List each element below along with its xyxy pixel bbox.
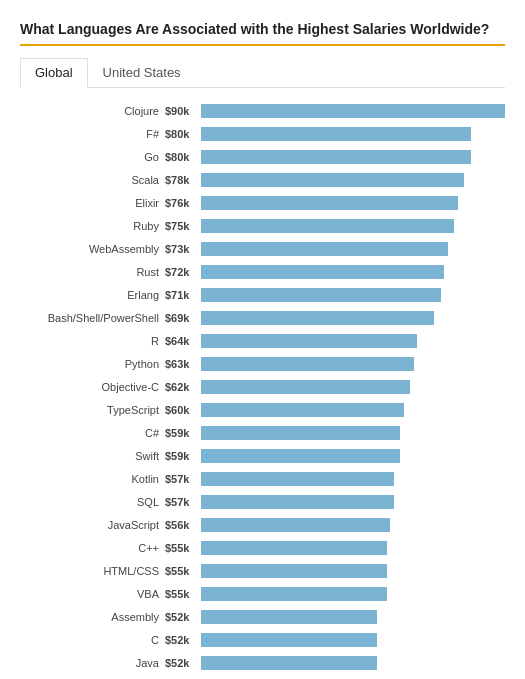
- bar-fill: [201, 242, 448, 256]
- table-row: Clojure $90k: [20, 102, 505, 120]
- bar-track: [201, 127, 505, 141]
- lang-label: Bash/Shell/PowerShell: [20, 312, 165, 324]
- lang-label: Ruby: [20, 220, 165, 232]
- bar-fill: [201, 150, 471, 164]
- table-row: Assembly $52k: [20, 608, 505, 626]
- salary-label: $76k: [165, 197, 201, 209]
- table-row: R $64k: [20, 332, 505, 350]
- lang-label: Objective-C: [20, 381, 165, 393]
- lang-label: HTML/CSS: [20, 565, 165, 577]
- table-row: F# $80k: [20, 125, 505, 143]
- bar-track: [201, 403, 505, 417]
- bar-track: [201, 150, 505, 164]
- table-row: Go $80k: [20, 148, 505, 166]
- bar-fill: [201, 449, 400, 463]
- bar-fill: [201, 311, 434, 325]
- table-row: Ruby $75k: [20, 217, 505, 235]
- bar-track: [201, 656, 505, 670]
- salary-label: $72k: [165, 266, 201, 278]
- bar-track: [201, 265, 505, 279]
- bar-fill: [201, 518, 390, 532]
- table-row: C# $59k: [20, 424, 505, 442]
- bar-fill: [201, 380, 410, 394]
- lang-label: JavaScript: [20, 519, 165, 531]
- salary-label: $71k: [165, 289, 201, 301]
- table-row: WebAssembly $73k: [20, 240, 505, 258]
- lang-label: Erlang: [20, 289, 165, 301]
- salary-label: $63k: [165, 358, 201, 370]
- bar-track: [201, 633, 505, 647]
- table-row: SQL $57k: [20, 493, 505, 511]
- lang-label: R: [20, 335, 165, 347]
- lang-label: WebAssembly: [20, 243, 165, 255]
- lang-label: Elixir: [20, 197, 165, 209]
- bar-track: [201, 104, 505, 118]
- bar-track: [201, 357, 505, 371]
- bar-track: [201, 518, 505, 532]
- lang-label: Swift: [20, 450, 165, 462]
- lang-label: SQL: [20, 496, 165, 508]
- bar-track: [201, 288, 505, 302]
- salary-label: $52k: [165, 611, 201, 623]
- bar-track: [201, 219, 505, 233]
- salary-label: $59k: [165, 450, 201, 462]
- bar-track: [201, 242, 505, 256]
- bar-fill: [201, 357, 414, 371]
- bar-fill: [201, 633, 377, 647]
- lang-label: C#: [20, 427, 165, 439]
- salary-label: $55k: [165, 542, 201, 554]
- bar-track: [201, 334, 505, 348]
- bar-track: [201, 541, 505, 555]
- salary-label: $69k: [165, 312, 201, 324]
- table-row: Java $52k: [20, 654, 505, 672]
- table-row: VBA $55k: [20, 585, 505, 603]
- bar-fill: [201, 564, 387, 578]
- bar-fill: [201, 334, 417, 348]
- tab-united-states[interactable]: United States: [88, 58, 196, 87]
- bar-chart: Clojure $90k F# $80k Go $80k Scala $78k: [20, 102, 505, 672]
- page-title: What Languages Are Associated with the H…: [20, 20, 505, 46]
- bar-fill: [201, 127, 471, 141]
- table-row: Erlang $71k: [20, 286, 505, 304]
- table-row: C $52k: [20, 631, 505, 649]
- lang-label: F#: [20, 128, 165, 140]
- lang-label: Clojure: [20, 105, 165, 117]
- lang-label: Kotlin: [20, 473, 165, 485]
- salary-label: $57k: [165, 496, 201, 508]
- salary-label: $59k: [165, 427, 201, 439]
- table-row: Swift $59k: [20, 447, 505, 465]
- table-row: C++ $55k: [20, 539, 505, 557]
- salary-label: $55k: [165, 588, 201, 600]
- bar-fill: [201, 104, 505, 118]
- lang-label: C++: [20, 542, 165, 554]
- bar-fill: [201, 495, 394, 509]
- lang-label: TypeScript: [20, 404, 165, 416]
- table-row: Python $63k: [20, 355, 505, 373]
- lang-label: Rust: [20, 266, 165, 278]
- lang-label: Python: [20, 358, 165, 370]
- lang-label: C: [20, 634, 165, 646]
- tab-global[interactable]: Global: [20, 58, 88, 88]
- bar-fill: [201, 196, 458, 210]
- table-row: Kotlin $57k: [20, 470, 505, 488]
- salary-label: $62k: [165, 381, 201, 393]
- salary-label: $90k: [165, 105, 201, 117]
- bar-fill: [201, 610, 377, 624]
- bar-fill: [201, 426, 400, 440]
- table-row: HTML/CSS $55k: [20, 562, 505, 580]
- salary-label: $80k: [165, 151, 201, 163]
- bar-track: [201, 587, 505, 601]
- bar-track: [201, 564, 505, 578]
- lang-label: Assembly: [20, 611, 165, 623]
- table-row: Objective-C $62k: [20, 378, 505, 396]
- lang-label: Go: [20, 151, 165, 163]
- tab-bar: Global United States: [20, 58, 505, 88]
- bar-track: [201, 196, 505, 210]
- bar-track: [201, 449, 505, 463]
- bar-track: [201, 472, 505, 486]
- salary-label: $78k: [165, 174, 201, 186]
- bar-track: [201, 495, 505, 509]
- bar-fill: [201, 587, 387, 601]
- salary-label: $55k: [165, 565, 201, 577]
- bar-fill: [201, 541, 387, 555]
